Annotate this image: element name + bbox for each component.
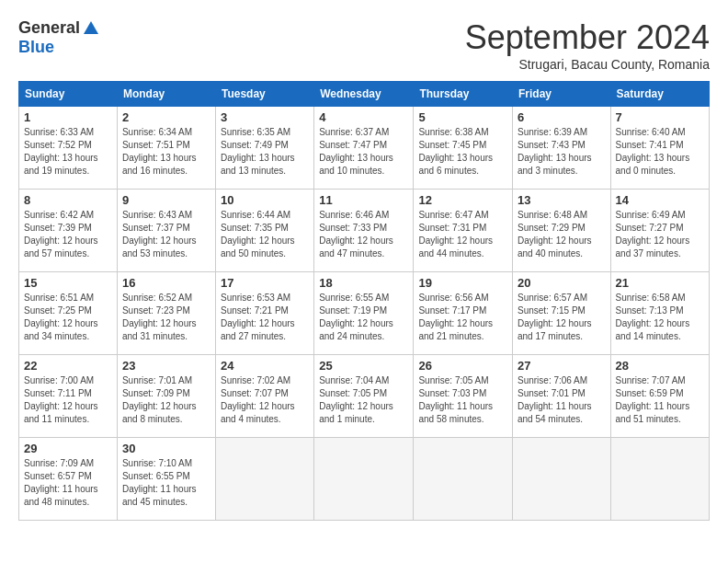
calendar-day-cell: 26Sunrise: 7:05 AMSunset: 7:03 PMDayligh…: [414, 355, 513, 438]
logo-icon: [82, 19, 100, 38]
calendar-header-row: SundayMondayTuesdayWednesdayThursdayFrid…: [19, 82, 710, 107]
day-number: 11: [319, 193, 408, 207]
day-number: 22: [24, 359, 112, 373]
daylight-text: Daylight: 12 hours and 4 minutes.: [221, 401, 295, 424]
daylight-text: Daylight: 11 hours and 48 minutes.: [24, 484, 98, 507]
daylight-text: Daylight: 12 hours and 8 minutes.: [122, 401, 197, 424]
calendar-day-cell: [215, 438, 313, 521]
sunrise-text: Sunrise: 6:33 AM: [24, 127, 94, 137]
sunrise-text: Sunrise: 6:42 AM: [24, 210, 94, 220]
calendar-day-cell: 17Sunrise: 6:53 AMSunset: 7:21 PMDayligh…: [215, 272, 313, 355]
sunset-text: Sunset: 7:09 PM: [122, 388, 190, 398]
day-info: Sunrise: 6:39 AMSunset: 7:43 PMDaylight:…: [518, 126, 606, 178]
sunset-text: Sunset: 7:13 PM: [616, 305, 684, 316]
sunrise-text: Sunrise: 7:04 AM: [319, 375, 389, 385]
sunrise-text: Sunrise: 6:56 AM: [418, 293, 488, 303]
daylight-text: Daylight: 12 hours and 50 minutes.: [221, 236, 295, 259]
day-number: 13: [518, 193, 606, 207]
day-info: Sunrise: 6:48 AMSunset: 7:29 PMDaylight:…: [518, 209, 606, 260]
day-info: Sunrise: 6:44 AMSunset: 7:35 PMDaylight:…: [221, 209, 309, 260]
daylight-text: Daylight: 12 hours and 47 minutes.: [319, 236, 393, 259]
sunset-text: Sunset: 7:37 PM: [122, 223, 190, 233]
sunrise-text: Sunrise: 7:05 AM: [418, 375, 488, 385]
day-info: Sunrise: 6:49 AMSunset: 7:27 PMDaylight:…: [616, 209, 704, 260]
day-info: Sunrise: 6:43 AMSunset: 7:37 PMDaylight:…: [122, 209, 210, 260]
daylight-text: Daylight: 12 hours and 44 minutes.: [418, 236, 493, 259]
daylight-text: Daylight: 13 hours and 0 minutes.: [616, 153, 690, 176]
daylight-text: Daylight: 12 hours and 37 minutes.: [616, 236, 690, 259]
sunrise-text: Sunrise: 6:53 AM: [221, 293, 290, 303]
day-number: 23: [122, 359, 210, 373]
day-info: Sunrise: 6:34 AMSunset: 7:51 PMDaylight:…: [122, 126, 210, 178]
sunset-text: Sunset: 7:39 PM: [24, 223, 92, 233]
sunset-text: Sunset: 7:29 PM: [518, 223, 586, 233]
sunset-text: Sunset: 7:03 PM: [418, 388, 486, 398]
day-number: 8: [24, 193, 112, 207]
day-info: Sunrise: 6:47 AMSunset: 7:31 PMDaylight:…: [418, 209, 507, 260]
sunrise-text: Sunrise: 6:58 AM: [616, 293, 686, 303]
day-info: Sunrise: 6:37 AMSunset: 7:47 PMDaylight:…: [319, 126, 408, 178]
calendar-day-header: Saturday: [610, 82, 709, 107]
sunset-text: Sunset: 7:45 PM: [418, 140, 486, 150]
day-info: Sunrise: 6:52 AMSunset: 7:23 PMDaylight:…: [122, 292, 210, 343]
sunrise-text: Sunrise: 6:49 AM: [616, 210, 686, 220]
daylight-text: Daylight: 11 hours and 58 minutes.: [418, 401, 493, 424]
sunrise-text: Sunrise: 6:52 AM: [122, 293, 192, 303]
calendar-day-cell: 20Sunrise: 6:57 AMSunset: 7:15 PMDayligh…: [512, 272, 610, 355]
logo-blue-text: Blue: [18, 38, 54, 57]
sunrise-text: Sunrise: 6:48 AM: [518, 210, 587, 220]
calendar-day-cell: 5Sunrise: 6:38 AMSunset: 7:45 PMDaylight…: [414, 107, 513, 190]
calendar-day-header: Thursday: [414, 82, 513, 107]
day-info: Sunrise: 7:06 AMSunset: 7:01 PMDaylight:…: [518, 374, 606, 426]
day-info: Sunrise: 6:56 AMSunset: 7:17 PMDaylight:…: [418, 292, 507, 343]
day-number: 17: [221, 276, 309, 290]
day-info: Sunrise: 6:46 AMSunset: 7:33 PMDaylight:…: [319, 209, 408, 260]
calendar-day-cell: 1Sunrise: 6:33 AMSunset: 7:52 PMDaylight…: [19, 107, 118, 190]
day-info: Sunrise: 7:10 AMSunset: 6:55 PMDaylight:…: [122, 457, 210, 509]
svg-marker-0: [84, 21, 98, 34]
day-number: 7: [616, 110, 704, 124]
day-number: 3: [221, 110, 309, 124]
day-number: 21: [616, 276, 704, 290]
sunset-text: Sunset: 7:01 PM: [518, 388, 586, 398]
sunrise-text: Sunrise: 6:47 AM: [418, 210, 488, 220]
sunset-text: Sunset: 7:51 PM: [122, 140, 190, 150]
calendar-day-cell: 25Sunrise: 7:04 AMSunset: 7:05 PMDayligh…: [314, 355, 414, 438]
sunset-text: Sunset: 6:57 PM: [24, 471, 92, 481]
daylight-text: Daylight: 12 hours and 24 minutes.: [319, 318, 393, 341]
sunset-text: Sunset: 7:17 PM: [418, 305, 486, 316]
daylight-text: Daylight: 13 hours and 19 minutes.: [24, 153, 98, 176]
daylight-text: Daylight: 11 hours and 45 minutes.: [122, 484, 197, 507]
calendar-day-cell: [314, 438, 414, 521]
day-info: Sunrise: 6:35 AMSunset: 7:49 PMDaylight:…: [221, 126, 309, 178]
sunset-text: Sunset: 7:47 PM: [319, 140, 387, 150]
sunrise-text: Sunrise: 6:40 AM: [616, 127, 686, 137]
calendar-week-row: 29Sunrise: 7:09 AMSunset: 6:57 PMDayligh…: [19, 438, 710, 521]
sunset-text: Sunset: 7:31 PM: [418, 223, 486, 233]
daylight-text: Daylight: 12 hours and 21 minutes.: [418, 318, 493, 341]
day-number: 9: [122, 193, 210, 207]
logo: General Blue: [18, 18, 100, 57]
calendar-day-cell: 28Sunrise: 7:07 AMSunset: 6:59 PMDayligh…: [610, 355, 709, 438]
calendar-day-cell: 24Sunrise: 7:02 AMSunset: 7:07 PMDayligh…: [215, 355, 313, 438]
sunrise-text: Sunrise: 7:09 AM: [24, 458, 94, 468]
day-number: 16: [122, 276, 210, 290]
daylight-text: Daylight: 11 hours and 51 minutes.: [616, 401, 690, 424]
daylight-text: Daylight: 13 hours and 16 minutes.: [122, 153, 197, 176]
sunset-text: Sunset: 6:59 PM: [616, 388, 684, 398]
page-header: General Blue September 2024 Strugari, Ba…: [18, 18, 710, 72]
day-number: 2: [122, 110, 210, 124]
day-number: 30: [122, 442, 210, 455]
month-title: September 2024: [465, 18, 710, 57]
sunset-text: Sunset: 7:05 PM: [319, 388, 387, 398]
sunset-text: Sunset: 7:49 PM: [221, 140, 289, 150]
sunrise-text: Sunrise: 6:46 AM: [319, 210, 389, 220]
sunset-text: Sunset: 7:33 PM: [319, 223, 387, 233]
sunset-text: Sunset: 7:43 PM: [518, 140, 586, 150]
day-number: 4: [319, 110, 408, 124]
day-info: Sunrise: 6:42 AMSunset: 7:39 PMDaylight:…: [24, 209, 112, 260]
daylight-text: Daylight: 12 hours and 53 minutes.: [122, 236, 197, 259]
sunrise-text: Sunrise: 6:35 AM: [221, 127, 290, 137]
sunrise-text: Sunrise: 6:34 AM: [122, 127, 192, 137]
sunrise-text: Sunrise: 6:57 AM: [518, 293, 587, 303]
